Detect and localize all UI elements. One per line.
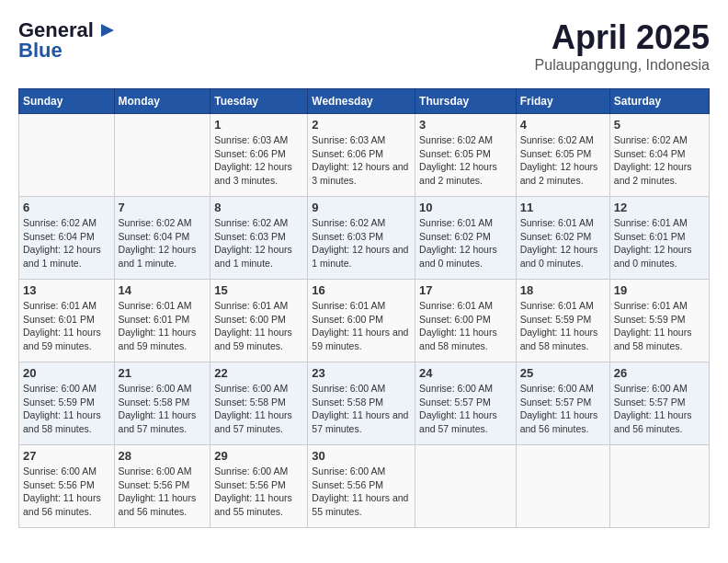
daylight-info: Daylight: 11 hours and 59 minutes. xyxy=(119,327,197,351)
sunrise-info: Sunrise: 6:02 AM xyxy=(23,217,97,228)
calendar-cell xyxy=(415,445,517,528)
day-number: 27 xyxy=(23,449,110,463)
day-info: Sunrise: 6:00 AMSunset: 5:58 PMDaylight:… xyxy=(119,382,207,436)
daylight-info: Daylight: 12 hours and 0 minutes. xyxy=(520,244,598,269)
sunrise-info: Sunrise: 6:02 AM xyxy=(119,217,192,228)
day-info: Sunrise: 6:01 AMSunset: 6:01 PMDaylight:… xyxy=(23,299,110,353)
daylight-info: Daylight: 12 hours and 2 minutes. xyxy=(520,161,598,186)
sunset-info: Sunset: 6:03 PM xyxy=(214,231,286,242)
day-info: Sunrise: 6:00 AMSunset: 5:59 PMDaylight:… xyxy=(23,382,110,436)
calendar-cell: 29Sunrise: 6:00 AMSunset: 5:56 PMDayligh… xyxy=(210,445,308,528)
day-number: 4 xyxy=(520,118,606,132)
sunset-info: Sunset: 6:00 PM xyxy=(312,314,383,325)
sunrise-info: Sunrise: 6:00 AM xyxy=(23,465,97,477)
day-info: Sunrise: 6:00 AMSunset: 5:57 PMDaylight:… xyxy=(520,382,606,436)
day-info: Sunrise: 6:00 AMSunset: 5:58 PMDaylight:… xyxy=(312,382,411,436)
day-number: 25 xyxy=(520,366,606,380)
calendar-cell: 26Sunrise: 6:00 AMSunset: 5:57 PMDayligh… xyxy=(609,362,709,445)
day-info: Sunrise: 6:00 AMSunset: 5:56 PMDaylight:… xyxy=(312,465,411,519)
day-info: Sunrise: 6:00 AMSunset: 5:58 PMDaylight:… xyxy=(214,382,303,436)
weekday-header-row: SundayMondayTuesdayWednesdayThursdayFrid… xyxy=(19,89,710,114)
day-number: 13 xyxy=(23,283,110,297)
day-number: 6 xyxy=(23,201,110,214)
daylight-info: Daylight: 11 hours and 57 minutes. xyxy=(312,409,408,434)
sunset-info: Sunset: 6:02 PM xyxy=(419,231,491,242)
logo: General Blue xyxy=(18,18,116,63)
svg-marker-0 xyxy=(101,24,114,37)
day-number: 20 xyxy=(23,366,110,380)
calendar-cell: 17Sunrise: 6:01 AMSunset: 6:00 PMDayligh… xyxy=(415,280,517,362)
calendar-cell: 3Sunrise: 6:02 AMSunset: 6:05 PMDaylight… xyxy=(415,114,517,197)
day-info: Sunrise: 6:02 AMSunset: 6:04 PMDaylight:… xyxy=(119,216,207,270)
daylight-info: Daylight: 11 hours and 56 minutes. xyxy=(119,492,197,517)
day-info: Sunrise: 6:00 AMSunset: 5:56 PMDaylight:… xyxy=(119,465,207,519)
day-number: 16 xyxy=(312,283,411,297)
daylight-info: Daylight: 12 hours and 0 minutes. xyxy=(419,244,497,269)
calendar-cell: 11Sunrise: 6:01 AMSunset: 6:02 PMDayligh… xyxy=(516,197,609,280)
daylight-info: Daylight: 12 hours and 0 minutes. xyxy=(614,244,692,269)
calendar-cell xyxy=(19,114,115,197)
weekday-header-friday: Friday xyxy=(516,89,609,114)
daylight-info: Daylight: 11 hours and 58 minutes. xyxy=(23,409,101,434)
sunrise-info: Sunrise: 6:00 AM xyxy=(419,383,493,394)
sunrise-info: Sunrise: 6:00 AM xyxy=(520,383,594,394)
calendar-cell: 13Sunrise: 6:01 AMSunset: 6:01 PMDayligh… xyxy=(19,280,115,362)
sunset-info: Sunset: 6:04 PM xyxy=(23,231,95,242)
day-info: Sunrise: 6:01 AMSunset: 6:00 PMDaylight:… xyxy=(214,299,303,353)
day-number: 28 xyxy=(119,449,207,463)
day-info: Sunrise: 6:00 AMSunset: 5:56 PMDaylight:… xyxy=(214,465,303,519)
sunrise-info: Sunrise: 6:01 AM xyxy=(23,300,97,311)
sunset-info: Sunset: 6:02 PM xyxy=(520,231,592,242)
sunset-info: Sunset: 6:06 PM xyxy=(312,148,383,159)
week-row-3: 13Sunrise: 6:01 AMSunset: 6:01 PMDayligh… xyxy=(19,280,710,362)
calendar-cell: 6Sunrise: 6:02 AMSunset: 6:04 PMDaylight… xyxy=(19,197,115,280)
sunrise-info: Sunrise: 6:02 AM xyxy=(520,134,594,145)
week-row-5: 27Sunrise: 6:00 AMSunset: 5:56 PMDayligh… xyxy=(19,445,710,528)
day-number: 10 xyxy=(419,201,512,214)
weekday-header-wednesday: Wednesday xyxy=(308,89,415,114)
sunset-info: Sunset: 6:06 PM xyxy=(214,148,286,159)
sunrise-info: Sunrise: 6:01 AM xyxy=(520,217,594,228)
daylight-info: Daylight: 11 hours and 56 minutes. xyxy=(520,409,598,434)
day-info: Sunrise: 6:00 AMSunset: 5:57 PMDaylight:… xyxy=(614,382,705,436)
calendar-cell: 8Sunrise: 6:02 AMSunset: 6:03 PMDaylight… xyxy=(210,197,308,280)
daylight-info: Daylight: 12 hours and 1 minute. xyxy=(214,244,292,269)
calendar-cell: 1Sunrise: 6:03 AMSunset: 6:06 PMDaylight… xyxy=(210,114,308,197)
sunset-info: Sunset: 5:58 PM xyxy=(119,396,190,408)
daylight-info: Daylight: 11 hours and 58 minutes. xyxy=(614,327,692,351)
sunrise-info: Sunrise: 6:00 AM xyxy=(312,465,385,477)
day-number: 30 xyxy=(312,449,411,463)
day-number: 21 xyxy=(119,366,207,380)
day-number: 7 xyxy=(119,201,207,214)
calendar-cell: 27Sunrise: 6:00 AMSunset: 5:56 PMDayligh… xyxy=(19,445,115,528)
day-number: 8 xyxy=(214,201,303,214)
day-info: Sunrise: 6:02 AMSunset: 6:04 PMDaylight:… xyxy=(23,216,110,270)
sunrise-info: Sunrise: 6:00 AM xyxy=(23,383,97,394)
sunrise-info: Sunrise: 6:01 AM xyxy=(614,300,688,311)
sunrise-info: Sunrise: 6:01 AM xyxy=(119,300,192,311)
sunset-info: Sunset: 6:04 PM xyxy=(119,231,190,242)
calendar-cell: 30Sunrise: 6:00 AMSunset: 5:56 PMDayligh… xyxy=(308,445,415,528)
calendar-title-block: April 2025 Pulaupanggung, Indonesia xyxy=(535,18,710,74)
calendar-cell: 9Sunrise: 6:02 AMSunset: 6:03 PMDaylight… xyxy=(308,197,415,280)
sunset-info: Sunset: 6:00 PM xyxy=(419,314,491,325)
sunset-info: Sunset: 5:59 PM xyxy=(614,314,686,325)
calendar-cell xyxy=(609,445,709,528)
sunrise-info: Sunrise: 6:02 AM xyxy=(614,134,688,145)
calendar-cell: 23Sunrise: 6:00 AMSunset: 5:58 PMDayligh… xyxy=(308,362,415,445)
sunset-info: Sunset: 5:58 PM xyxy=(312,396,383,408)
week-row-2: 6Sunrise: 6:02 AMSunset: 6:04 PMDaylight… xyxy=(19,197,710,280)
sunset-info: Sunset: 5:56 PM xyxy=(23,479,95,490)
day-number: 15 xyxy=(214,283,303,297)
daylight-info: Daylight: 11 hours and 55 minutes. xyxy=(312,492,408,517)
sunrise-info: Sunrise: 6:00 AM xyxy=(119,465,192,477)
weekday-header-saturday: Saturday xyxy=(609,89,709,114)
sunset-info: Sunset: 6:01 PM xyxy=(119,314,190,325)
sunset-info: Sunset: 6:05 PM xyxy=(419,148,491,159)
sunset-info: Sunset: 6:00 PM xyxy=(214,314,286,325)
sunset-info: Sunset: 5:57 PM xyxy=(614,396,686,408)
day-number: 3 xyxy=(419,118,512,132)
sunset-info: Sunset: 6:01 PM xyxy=(614,231,686,242)
day-info: Sunrise: 6:02 AMSunset: 6:04 PMDaylight:… xyxy=(614,133,705,188)
day-info: Sunrise: 6:02 AMSunset: 6:03 PMDaylight:… xyxy=(312,216,411,270)
